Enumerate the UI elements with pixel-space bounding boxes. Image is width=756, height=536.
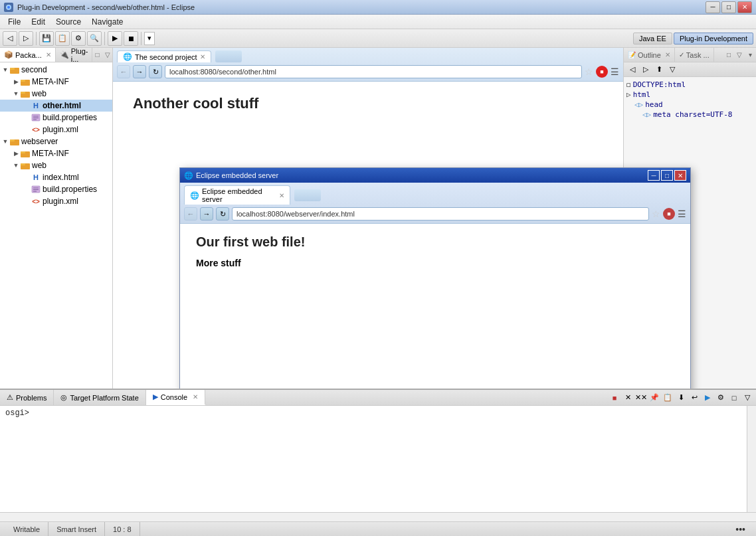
browser-2-tab[interactable]: 🌐 Eclipse embedded server ✕: [184, 185, 290, 205]
window-controls[interactable]: ─ □ ✕: [706, 1, 752, 13]
right-toolbar-back[interactable]: ◁: [626, 64, 638, 76]
refresh-button-2[interactable]: ↻: [216, 207, 229, 221]
right-maximize-btn[interactable]: ▽: [735, 50, 744, 60]
tab-problems[interactable]: ⚠ Problems: [0, 390, 54, 405]
tab-plugin[interactable]: 🔌 Plug-i...: [56, 48, 93, 62]
toolbar-sep-3: [141, 32, 142, 45]
back-button-2[interactable]: ←: [184, 207, 197, 221]
menu-edit[interactable]: Edit: [26, 16, 50, 28]
right-toolbar: ◁ ▷ ⬆ ▽: [624, 62, 756, 77]
maximize-left-btn[interactable]: ▽: [103, 50, 112, 60]
xml-tree-item: ◁▷meta charset=UTF-8: [626, 110, 753, 120]
toolbar-btn-1[interactable]: ◁: [3, 31, 17, 46]
console-tab-close[interactable]: ✕: [193, 393, 198, 401]
browser-1-tab-close[interactable]: ✕: [200, 53, 205, 60]
menu-source[interactable]: Source: [50, 16, 86, 28]
right-toolbar-up[interactable]: ⬆: [653, 64, 665, 76]
stop-button-2[interactable]: ■: [663, 208, 675, 220]
back-button-1[interactable]: ←: [117, 65, 130, 78]
package-tab-close[interactable]: ✕: [46, 51, 51, 58]
tree-item[interactable]: Hindex.html: [0, 171, 112, 183]
tab-target-platform[interactable]: ◎ Target Platform State: [54, 390, 145, 405]
stop-button-1[interactable]: ■: [596, 66, 608, 78]
toolbar-btn-6[interactable]: ▶: [108, 31, 122, 46]
bottom-run-btn[interactable]: ▶: [702, 392, 713, 404]
tab-outline[interactable]: 📝 Outline ✕: [624, 48, 675, 62]
toolbar-btn-5[interactable]: 🔍: [87, 31, 102, 46]
toolbar-btn-save[interactable]: 💾: [39, 31, 54, 46]
tree-item[interactable]: ▼web: [0, 88, 112, 100]
bottom-stop-btn[interactable]: ■: [609, 392, 620, 404]
right-arrow-btn[interactable]: ▾: [745, 50, 755, 60]
perspective-plugin[interactable]: Plug-in Development: [674, 33, 753, 45]
minimize-left-btn[interactable]: □: [92, 50, 102, 60]
right-panel-controls: □ ▽ ▾: [724, 50, 756, 60]
bottom-scroll-btn[interactable]: ⬇: [675, 392, 687, 404]
tab-task[interactable]: ✓ Task ...: [675, 48, 714, 62]
toolbar-dropdown[interactable]: ▾: [144, 32, 155, 45]
right-minimize-btn[interactable]: □: [724, 50, 733, 60]
bottom-wrap-btn[interactable]: ↩: [688, 392, 700, 404]
minimize-button[interactable]: ─: [706, 1, 720, 13]
html-icon: H: [31, 172, 41, 183]
bottom-minimize-btn[interactable]: □: [728, 392, 740, 404]
tree-item[interactable]: ▶META-INF: [0, 147, 112, 159]
editor-area: 🌐 The second project ✕ ← →: [113, 48, 623, 389]
browser-1-tab[interactable]: 🌐 The second project ✕: [117, 50, 211, 62]
toolbar-btn-4[interactable]: ⚙: [71, 31, 86, 46]
bottom-maximize-btn[interactable]: ▽: [741, 392, 753, 404]
outline-close[interactable]: ✕: [665, 51, 670, 58]
browser-2-tab-close[interactable]: ✕: [279, 192, 284, 199]
console-h-scrollbar[interactable]: [0, 512, 756, 521]
forward-button-2[interactable]: →: [200, 207, 213, 221]
browser-2-minimize[interactable]: ─: [648, 170, 660, 181]
tab-package-explorer[interactable]: 📦 Packa... ✕: [0, 48, 56, 62]
bottom-clear2-btn[interactable]: ✕✕: [635, 392, 647, 404]
toolbar-btn-3[interactable]: 📋: [55, 31, 70, 46]
browser-1-tab-label: The second project: [135, 53, 197, 61]
maximize-button[interactable]: □: [721, 1, 736, 13]
refresh-button-1[interactable]: ↻: [149, 65, 162, 78]
perspective-java-ee[interactable]: Java EE: [633, 33, 672, 45]
close-button[interactable]: ✕: [737, 1, 752, 13]
bottom-capture-btn[interactable]: 📋: [662, 392, 674, 404]
tree-item[interactable]: ▼webserver: [0, 135, 112, 147]
tree-item[interactable]: ▼second: [0, 64, 112, 76]
prop-icon: [31, 112, 41, 123]
tree-item[interactable]: ▼web: [0, 159, 112, 171]
bottom-pin-btn[interactable]: 📌: [648, 392, 660, 404]
menu-button-2[interactable]: ☰: [678, 209, 686, 219]
tab-console[interactable]: ▶ Console ✕: [146, 390, 205, 405]
left-panel: 📦 Packa... ✕ 🔌 Plug-i... □ ▽ ▼second▶MET…: [0, 48, 113, 389]
menu-file[interactable]: File: [3, 16, 26, 28]
browser-2-close[interactable]: ✕: [674, 170, 686, 181]
toolbar-btn-2[interactable]: ▷: [19, 31, 33, 46]
address-bar-1[interactable]: localhost:8080/second/other.html: [165, 65, 582, 78]
menu-navigate[interactable]: Navigate: [86, 16, 128, 28]
forward-button-1[interactable]: →: [133, 65, 146, 78]
console-scrollbar[interactable]: [747, 406, 756, 512]
menu-button-1[interactable]: ☰: [611, 66, 619, 77]
bottom-clear-btn[interactable]: ✕: [622, 392, 634, 404]
right-toolbar-fwd[interactable]: ▷: [640, 64, 652, 76]
plugin-icon: 🔌: [60, 50, 69, 59]
browser-1-nav-bar: ← → ↻ localhost:8080/second/other.html ☆: [117, 65, 619, 78]
toolbar-btn-7[interactable]: ⏹: [124, 31, 138, 46]
browser-2-maximize[interactable]: □: [661, 170, 673, 181]
address-bar-2[interactable]: localhost:8080/webserver/index.html: [232, 207, 649, 221]
tree-item[interactable]: <>plugin.xml: [0, 124, 112, 135]
bottom-settings-btn[interactable]: ⚙: [715, 392, 727, 404]
tree-item[interactable]: build.properties: [0, 112, 112, 124]
tree-item[interactable]: build.properties: [0, 183, 112, 195]
project-icon: [9, 64, 20, 75]
xml-tree-item: ▷html: [626, 90, 753, 100]
tree-item[interactable]: Hother.html: [0, 100, 112, 112]
browser-2-chrome: 🌐 Eclipse embedded server ✕ ← → ↻ loca: [180, 183, 690, 224]
xml-icon: <>: [31, 196, 41, 207]
browser-1-tab-bar: 🌐 The second project ✕: [117, 50, 619, 62]
bookmark-star-2[interactable]: ☆: [652, 209, 660, 219]
tree-item[interactable]: ▶META-INF: [0, 76, 112, 88]
bookmark-star-1[interactable]: ☆: [585, 66, 593, 77]
tree-item[interactable]: <>plugin.xml: [0, 195, 112, 207]
right-toolbar-down[interactable]: ▽: [666, 64, 678, 76]
